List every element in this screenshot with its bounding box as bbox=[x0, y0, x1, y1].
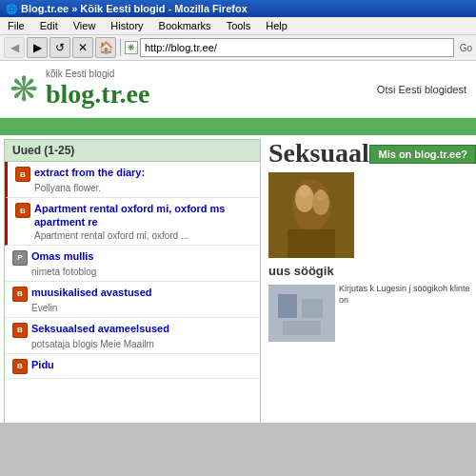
content-layout: Uued (1-25) B extract from the diary: Po… bbox=[0, 135, 476, 423]
svg-point-5 bbox=[316, 189, 326, 201]
menu-edit[interactable]: Edit bbox=[32, 18, 66, 33]
svg-point-4 bbox=[299, 185, 310, 198]
green-info-button[interactable]: Mis on blog.tr.ee? bbox=[369, 145, 476, 164]
blog-icon-3: B bbox=[12, 287, 28, 302]
title-bar: 🌐 Blog.tr.ee » Kõik Eesti blogid - Mozil… bbox=[0, 0, 476, 17]
blog-title-2[interactable]: Omas mullis bbox=[31, 249, 93, 263]
site-icon: ❋ bbox=[125, 41, 138, 54]
menu-bar: File Edit View History Bookmarks Tools H… bbox=[0, 17, 476, 35]
blog-subtitle-0: Pollyana flower. bbox=[15, 183, 252, 193]
left-panel: Uued (1-25) B extract from the diary: Po… bbox=[4, 139, 261, 423]
logo-icon: ❋ bbox=[10, 69, 38, 109]
blog-entry-5: B Pidu bbox=[5, 354, 260, 379]
blog-subtitle-3: Evelin bbox=[12, 303, 252, 313]
logo-text-area: kõik Eesti blogid blog.tr.ee bbox=[46, 69, 149, 109]
blog-entry-top-1: B Apartment rental oxford mi, oxford ms … bbox=[15, 202, 252, 229]
painting-svg bbox=[268, 172, 354, 258]
svg-rect-6 bbox=[288, 229, 335, 258]
separator bbox=[120, 39, 121, 56]
blog-icon-5: B bbox=[12, 359, 28, 374]
blog-icon-2: P bbox=[12, 250, 28, 266]
painting bbox=[268, 172, 354, 258]
right-bottom: Kirjutas k Lugesin j söögikoh klinte on bbox=[268, 281, 472, 342]
blog-title-0[interactable]: extract from the diary: bbox=[34, 166, 145, 179]
nav-bar bbox=[0, 118, 476, 135]
right-label: uus söögik bbox=[268, 264, 472, 278]
blog-icon-0: B bbox=[15, 167, 30, 182]
blog-entry-4: B Seksuaalsed avameelsused potsataja blo… bbox=[5, 318, 260, 354]
menu-help[interactable]: Help bbox=[258, 18, 295, 33]
forward-button[interactable]: ▶ bbox=[27, 37, 48, 58]
blog-entry-top-5: B Pidu bbox=[12, 358, 252, 374]
blog-title-5[interactable]: Pidu bbox=[31, 358, 54, 371]
blog-icon-1: B bbox=[15, 203, 30, 218]
svg-rect-9 bbox=[302, 299, 323, 318]
blog-subtitle-1: Apartment rental oxford mi, oxford ... bbox=[15, 230, 252, 241]
menu-file[interactable]: File bbox=[0, 18, 32, 33]
blog-entry-2: P Omas mullis nimeta fotoblog bbox=[5, 246, 260, 282]
window-title: Blog.tr.ee » Kõik Eesti blogid - Mozilla… bbox=[21, 3, 470, 14]
right-desc: Kirjutas k Lugesin j söögikoh klinte on bbox=[339, 283, 472, 342]
menu-tools[interactable]: Tools bbox=[219, 18, 259, 33]
toolbar: ◀ ▶ ↺ ✕ 🏠 ❋ Go bbox=[0, 35, 476, 61]
stop-button[interactable]: ✕ bbox=[72, 37, 93, 58]
blog-entry-1: B Apartment rental oxford mi, oxford ms … bbox=[5, 198, 260, 246]
blog-title-1[interactable]: Apartment rental oxford mi, oxford ms ap… bbox=[34, 202, 252, 229]
blog-subtitle-4: potsataja blogis Meie Maailm bbox=[12, 339, 252, 349]
home-button[interactable]: 🏠 bbox=[95, 37, 116, 58]
logo-subtitle: kõik Eesti blogid bbox=[46, 69, 149, 79]
address-bar-container bbox=[140, 38, 454, 57]
svg-rect-10 bbox=[283, 321, 321, 335]
browser-content: Mis on blog.tr.ee? ❋ kõik Eesti blogid b… bbox=[0, 61, 476, 423]
site-header: ❋ kõik Eesti blogid blog.tr.ee Otsi Eest… bbox=[0, 61, 476, 118]
menu-bookmarks[interactable]: Bookmarks bbox=[151, 18, 219, 33]
blog-title-3[interactable]: muusikalised avastused bbox=[31, 286, 152, 299]
go-button[interactable]: Go bbox=[460, 43, 472, 53]
blog-entry-top-2: P Omas mullis bbox=[12, 249, 252, 266]
blog-icon-4: B bbox=[12, 323, 28, 338]
blog-entry-top-4: B Seksuaalsed avameelsused bbox=[12, 322, 252, 338]
header-search[interactable]: Otsi Eesti blogidest bbox=[377, 84, 466, 95]
right-image bbox=[268, 172, 354, 258]
address-bar[interactable] bbox=[140, 38, 454, 57]
blog-entry-top-0: B extract from the diary: bbox=[15, 166, 252, 182]
blog-entry-3: B muusikalised avastused Evelin bbox=[5, 282, 260, 318]
browser-icon: 🌐 bbox=[6, 4, 17, 14]
menu-history[interactable]: History bbox=[103, 18, 150, 33]
blog-subtitle-2: nimeta fotoblog bbox=[12, 267, 252, 277]
blog-entry-top-3: B muusikalised avastused bbox=[12, 286, 252, 302]
logo-area: ❋ kõik Eesti blogid blog.tr.ee bbox=[10, 69, 149, 109]
menu-view[interactable]: View bbox=[66, 18, 104, 33]
right-panel: Seksuaals uus söögik bbox=[265, 135, 476, 423]
right-image2-svg bbox=[268, 285, 335, 342]
back-button[interactable]: ◀ bbox=[4, 37, 25, 58]
logo-main: blog.tr.ee bbox=[46, 79, 149, 109]
right-image2 bbox=[268, 285, 335, 342]
left-panel-header: Uued (1-25) bbox=[5, 140, 260, 162]
blog-title-4[interactable]: Seksuaalsed avameelsused bbox=[31, 322, 169, 335]
blog-entry-0: B extract from the diary: Pollyana flowe… bbox=[5, 162, 260, 198]
refresh-button[interactable]: ↺ bbox=[50, 37, 70, 58]
svg-rect-8 bbox=[278, 294, 297, 318]
